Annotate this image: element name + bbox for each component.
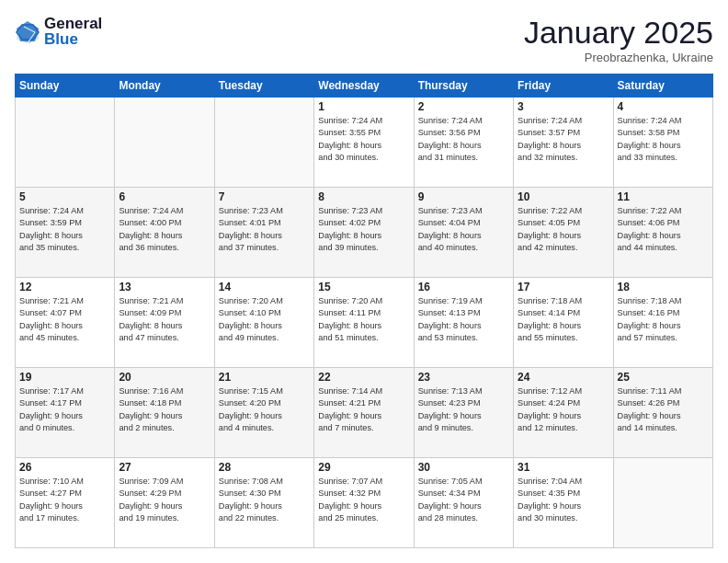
day-info: Sunrise: 7:24 AMSunset: 3:56 PMDaylight:… — [418, 115, 509, 164]
table-row — [613, 458, 712, 548]
day-number: 5 — [19, 190, 110, 203]
day-info: Sunrise: 7:22 AMSunset: 4:05 PMDaylight:… — [518, 205, 609, 254]
table-row: 10Sunrise: 7:22 AMSunset: 4:05 PMDayligh… — [514, 188, 613, 278]
day-number: 19 — [19, 371, 110, 384]
day-info: Sunrise: 7:21 AMSunset: 4:09 PMDaylight:… — [119, 295, 210, 344]
day-number: 1 — [318, 100, 409, 113]
day-info: Sunrise: 7:18 AMSunset: 4:16 PMDaylight:… — [618, 295, 709, 344]
day-info: Sunrise: 7:24 AMSunset: 4:00 PMDaylight:… — [119, 205, 210, 254]
table-row: 29Sunrise: 7:07 AMSunset: 4:32 PMDayligh… — [314, 458, 414, 548]
day-number: 3 — [518, 100, 609, 113]
day-info: Sunrise: 7:18 AMSunset: 4:14 PMDaylight:… — [518, 295, 609, 344]
table-row: 23Sunrise: 7:13 AMSunset: 4:23 PMDayligh… — [414, 368, 513, 458]
table-row: 4Sunrise: 7:24 AMSunset: 3:58 PMDaylight… — [613, 98, 712, 188]
page: General Blue January 2025 Preobrazhenka,… — [0, 0, 728, 563]
calendar-header-row: Sunday Monday Tuesday Wednesday Thursday… — [16, 75, 713, 98]
day-info: Sunrise: 7:20 AMSunset: 4:11 PMDaylight:… — [318, 295, 409, 344]
table-row: 7Sunrise: 7:23 AMSunset: 4:01 PMDaylight… — [214, 188, 313, 278]
day-number: 15 — [318, 281, 409, 293]
day-number: 2 — [418, 100, 509, 113]
day-info: Sunrise: 7:12 AMSunset: 4:24 PMDaylight:… — [518, 385, 609, 434]
col-monday: Monday — [115, 75, 214, 98]
table-row: 22Sunrise: 7:14 AMSunset: 4:21 PMDayligh… — [314, 368, 414, 458]
day-number: 21 — [219, 371, 310, 384]
day-number: 11 — [618, 190, 709, 203]
day-number: 8 — [318, 190, 409, 203]
day-number: 9 — [418, 190, 509, 203]
day-info: Sunrise: 7:11 AMSunset: 4:26 PMDaylight:… — [618, 385, 709, 434]
table-row: 19Sunrise: 7:17 AMSunset: 4:17 PMDayligh… — [16, 368, 115, 458]
day-info: Sunrise: 7:14 AMSunset: 4:21 PMDaylight:… — [318, 385, 409, 434]
day-number: 14 — [219, 281, 310, 293]
calendar-week-row: 5Sunrise: 7:24 AMSunset: 3:59 PMDaylight… — [16, 188, 713, 278]
logo: General Blue — [15, 15, 102, 49]
day-info: Sunrise: 7:09 AMSunset: 4:29 PMDaylight:… — [119, 476, 210, 524]
table-row: 13Sunrise: 7:21 AMSunset: 4:09 PMDayligh… — [115, 278, 214, 368]
day-info: Sunrise: 7:24 AMSunset: 3:59 PMDaylight:… — [19, 205, 110, 254]
col-thursday: Thursday — [414, 75, 513, 98]
day-number: 29 — [318, 461, 409, 474]
day-number: 17 — [518, 281, 609, 293]
table-row: 12Sunrise: 7:21 AMSunset: 4:07 PMDayligh… — [16, 278, 115, 368]
day-number: 16 — [418, 281, 509, 293]
table-row: 17Sunrise: 7:18 AMSunset: 4:14 PMDayligh… — [514, 278, 613, 368]
col-saturday: Saturday — [613, 75, 712, 98]
table-row: 1Sunrise: 7:24 AMSunset: 3:55 PMDaylight… — [314, 98, 414, 188]
col-wednesday: Wednesday — [314, 75, 414, 98]
day-number: 6 — [119, 190, 210, 203]
table-row: 28Sunrise: 7:08 AMSunset: 4:30 PMDayligh… — [214, 458, 313, 548]
logo-icon — [15, 19, 40, 45]
day-info: Sunrise: 7:23 AMSunset: 4:02 PMDaylight:… — [318, 205, 409, 254]
table-row: 3Sunrise: 7:24 AMSunset: 3:57 PMDaylight… — [514, 98, 613, 188]
title-block: January 2025 Preobrazhenka, Ukraine — [524, 15, 713, 64]
day-number: 28 — [219, 461, 310, 474]
day-number: 18 — [618, 281, 709, 293]
day-number: 12 — [19, 281, 110, 293]
day-info: Sunrise: 7:16 AMSunset: 4:18 PMDaylight:… — [119, 385, 210, 434]
table-row: 30Sunrise: 7:05 AMSunset: 4:34 PMDayligh… — [414, 458, 513, 548]
table-row: 20Sunrise: 7:16 AMSunset: 4:18 PMDayligh… — [115, 368, 214, 458]
table-row: 8Sunrise: 7:23 AMSunset: 4:02 PMDaylight… — [314, 188, 414, 278]
location: Preobrazhenka, Ukraine — [524, 51, 713, 64]
calendar-week-row: 26Sunrise: 7:10 AMSunset: 4:27 PMDayligh… — [16, 458, 713, 548]
calendar-week-row: 12Sunrise: 7:21 AMSunset: 4:07 PMDayligh… — [16, 278, 713, 368]
header: General Blue January 2025 Preobrazhenka,… — [15, 15, 713, 64]
day-info: Sunrise: 7:08 AMSunset: 4:30 PMDaylight:… — [219, 476, 310, 524]
table-row — [214, 98, 313, 188]
day-number: 23 — [418, 371, 509, 384]
day-info: Sunrise: 7:04 AMSunset: 4:35 PMDaylight:… — [518, 476, 609, 524]
day-info: Sunrise: 7:13 AMSunset: 4:23 PMDaylight:… — [418, 385, 509, 434]
table-row: 2Sunrise: 7:24 AMSunset: 3:56 PMDaylight… — [414, 98, 513, 188]
calendar-week-row: 1Sunrise: 7:24 AMSunset: 3:55 PMDaylight… — [16, 98, 713, 188]
day-info: Sunrise: 7:23 AMSunset: 4:01 PMDaylight:… — [219, 205, 310, 254]
day-info: Sunrise: 7:15 AMSunset: 4:20 PMDaylight:… — [219, 385, 310, 434]
day-number: 4 — [618, 100, 709, 113]
day-info: Sunrise: 7:24 AMSunset: 3:57 PMDaylight:… — [518, 115, 609, 164]
day-number: 27 — [119, 461, 210, 474]
day-number: 31 — [518, 461, 609, 474]
day-number: 24 — [518, 371, 609, 384]
day-number: 25 — [618, 371, 709, 384]
day-number: 20 — [119, 371, 210, 384]
table-row: 9Sunrise: 7:23 AMSunset: 4:04 PMDaylight… — [414, 188, 513, 278]
day-number: 7 — [219, 190, 310, 203]
calendar-week-row: 19Sunrise: 7:17 AMSunset: 4:17 PMDayligh… — [16, 368, 713, 458]
day-info: Sunrise: 7:23 AMSunset: 4:04 PMDaylight:… — [418, 205, 509, 254]
table-row: 25Sunrise: 7:11 AMSunset: 4:26 PMDayligh… — [613, 368, 712, 458]
table-row — [115, 98, 214, 188]
day-info: Sunrise: 7:24 AMSunset: 3:58 PMDaylight:… — [618, 115, 709, 164]
table-row: 18Sunrise: 7:18 AMSunset: 4:16 PMDayligh… — [613, 278, 712, 368]
day-number: 30 — [418, 461, 509, 474]
col-friday: Friday — [514, 75, 613, 98]
table-row: 6Sunrise: 7:24 AMSunset: 4:00 PMDaylight… — [115, 188, 214, 278]
day-info: Sunrise: 7:07 AMSunset: 4:32 PMDaylight:… — [318, 476, 409, 524]
day-info: Sunrise: 7:10 AMSunset: 4:27 PMDaylight:… — [19, 476, 110, 524]
table-row: 15Sunrise: 7:20 AMSunset: 4:11 PMDayligh… — [314, 278, 414, 368]
day-info: Sunrise: 7:05 AMSunset: 4:34 PMDaylight:… — [418, 476, 509, 524]
day-info: Sunrise: 7:21 AMSunset: 4:07 PMDaylight:… — [19, 295, 110, 344]
day-number: 13 — [119, 281, 210, 293]
col-tuesday: Tuesday — [214, 75, 313, 98]
calendar-table: Sunday Monday Tuesday Wednesday Thursday… — [15, 74, 713, 548]
table-row: 11Sunrise: 7:22 AMSunset: 4:06 PMDayligh… — [613, 188, 712, 278]
day-number: 22 — [318, 371, 409, 384]
